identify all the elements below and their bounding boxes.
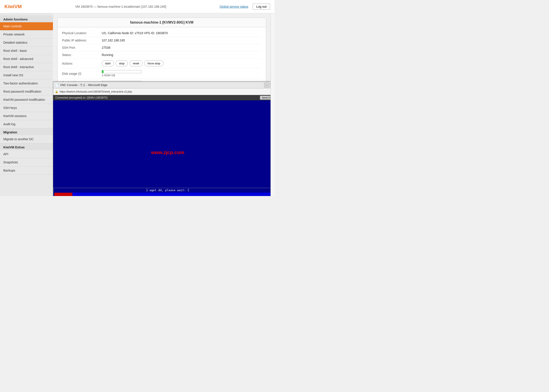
header: KiwiVM VM 1803870 — famous-machine-1.loc… [0,0,274,13]
public-ip-value: 107.182.188.245 [102,39,125,42]
vnc-titlebar: 📄 VNC Console - 个人 - Microsoft Edge – □ … [53,82,271,88]
reset-button[interactable]: reset [129,60,143,66]
vnc-title-icon: 📄 [55,83,59,87]
sidebar-item-ssh-keys[interactable]: SSH keys [0,104,53,112]
vnc-url[interactable]: https://kiwivm.64clouds.com/1803870/shel… [60,90,271,93]
vnc-progress-red [54,193,72,196]
lock-icon: 🔒 [55,90,58,93]
disk-progress: 3.45/84 GB [102,70,142,77]
header-title: VM 1803870 — famous-machine-1.localdomai… [75,5,166,8]
force-stop-button[interactable]: force stop [144,60,164,66]
disk-row: Disk usage (/): 3.45/84 GB [62,68,262,79]
vnc-progress-blue [72,193,271,196]
vnc-progress-row [53,192,271,196]
ssh-port-label: SSH Port: [62,46,102,49]
public-ip-label: Public IP address: [62,39,102,42]
start-button[interactable]: start [102,60,114,66]
vnc-maximize-button[interactable]: □ [270,83,271,88]
vnc-progress-outer [54,193,271,196]
stop-button[interactable]: stop [116,60,128,66]
sidebar-item-install-new-os[interactable]: Install new OS [0,71,53,79]
sidebar-item-main-controls[interactable]: Main controls [0,22,53,30]
vm-card-header: famous-machine-1 [KVMV2-80G] KVM [57,18,266,27]
sidebar-item-root-password[interactable]: Root password modification [0,88,53,96]
extras-label: KiwiVM Extras [0,143,53,150]
vnc-minimize-button[interactable]: – [264,83,269,88]
sidebar: Admin functions Main controls Private ne… [0,13,53,196]
vnc-terminal-title: ├ wget dd, please wait: ┤ [53,188,271,192]
disk-label: Disk usage (/): [62,72,102,75]
sidebar-item-two-factor[interactable]: Two-factor authentication [0,79,53,88]
actions-label: Actions: [62,62,102,65]
main-layout: Admin functions Main controls Private ne… [0,13,274,196]
physical-location-value: US, California Node ID: v7519 VPS ID: 18… [102,31,168,35]
vnc-connected-text: Connected (encrypted) to: QEMU (1803870) [55,96,107,99]
disk-progress-fill [102,70,103,73]
public-ip-row: Public IP address: 107.182.188.245 [62,37,262,44]
vnc-window-controls: – □ ✕ [264,83,271,88]
vnc-watermark: www.zjcp.com [151,150,185,155]
ssh-port-row: SSH Port: 27538 [62,44,262,51]
actions-row: Actions: start stop reset force stop [62,59,262,68]
ssh-port-value: 27538 [102,46,110,49]
content-area: famous-machine-1 [KVMV2-80G] KVM Physica… [53,13,271,196]
physical-location-row: Physical Location: US, California Node I… [62,29,262,37]
sidebar-item-snapshots[interactable]: Snapshots [0,158,53,167]
vnc-address-bar: 🔒 https://kiwivm.64clouds.com/1803870/sh… [53,88,271,95]
vnc-connected-bar: Connected (encrypted) to: QEMU (1803870)… [53,95,271,100]
disk-progress-bar [102,70,142,73]
admin-functions-label: Admin functions [0,15,53,22]
sidebar-item-kiwivm-password[interactable]: KiwiVM password modification [0,96,53,104]
status-value: Running [102,53,113,57]
actions-group: start stop reset force stop [102,60,164,66]
logo: KiwiVM [4,4,22,9]
physical-location-label: Physical Location: [62,31,102,35]
sidebar-item-backups[interactable]: Backups [0,167,53,175]
scrollbar[interactable] [271,13,274,196]
sidebar-item-private-network[interactable]: Private network [0,30,53,39]
global-status-link[interactable]: Global service status [220,5,248,8]
sidebar-item-root-shell-advanced[interactable]: Root shell - advanced [0,55,53,63]
vnc-terminal: ├ wget dd, please wait: ┤ 7% wget dd, pl… [53,188,271,196]
migration-label: Migration [0,128,53,135]
send-ctrl-button[interactable]: Send CtrlAltDe [260,96,271,100]
sidebar-item-kiwivm-sessions[interactable]: KiwiVM sessions [0,112,53,120]
header-right: Global service status Log out [220,4,270,10]
vm-info-card: famous-machine-1 [KVMV2-80G] KVM Physica… [57,18,266,92]
logout-button[interactable]: Log out [253,4,270,10]
sidebar-item-detailed-statistics[interactable]: Detailed statistics [0,39,53,47]
sidebar-item-api[interactable]: API [0,150,53,158]
sidebar-item-root-shell-interactive[interactable]: Root shell - interactive [0,63,53,71]
status-row: Status: Running [62,51,262,59]
vnc-window[interactable]: 📄 VNC Console - 个人 - Microsoft Edge – □ … [53,82,271,196]
disk-progress-text: 3.45/84 GB [102,74,142,77]
sidebar-item-audit-log[interactable]: Audit log [0,120,53,128]
sidebar-item-root-shell-basic[interactable]: Root shell - basic [0,47,53,55]
vnc-title-text: VNC Console - 个人 - Microsoft Edge [60,83,264,87]
vnc-screen[interactable]: www.zjcp.com ├ wget dd, please wait: ┤ [53,100,271,196]
status-label: Status: [62,53,102,57]
sidebar-item-migrate-dc[interactable]: Migrate to another DC [0,135,53,143]
